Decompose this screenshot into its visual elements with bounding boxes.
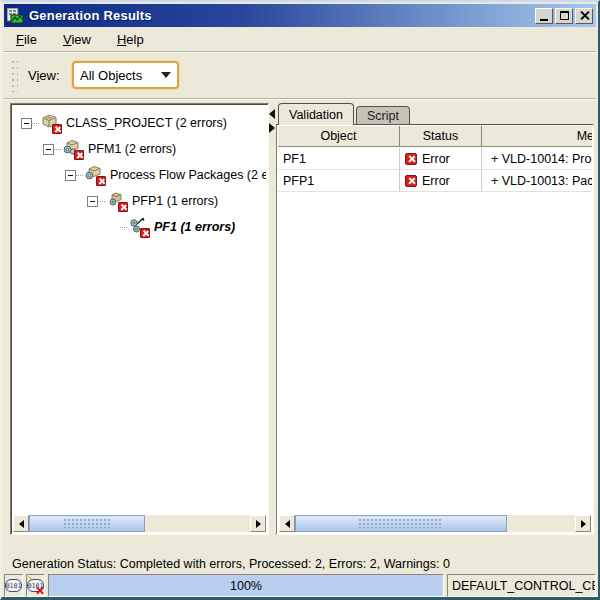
tree-item-label: CLASS_PROJECT (2 errors) (66, 116, 227, 130)
scrollbar-thumb[interactable] (29, 515, 145, 532)
tree-item-label: PF1 (1 errors) (154, 220, 235, 234)
progress-value: 100% (230, 579, 262, 593)
minimize-icon (540, 19, 548, 21)
project-icon (39, 113, 61, 133)
tree-item-pfm1[interactable]: PFM1 (2 errors) (43, 136, 176, 162)
object-cell: PFP1 (278, 170, 400, 191)
tree-item-pf1[interactable]: PF1 (1 errors) (109, 214, 235, 240)
expand-right-icon[interactable] (269, 123, 275, 133)
status-cell: Error (400, 148, 482, 169)
collapse-icon[interactable] (21, 118, 32, 129)
progress-bar: 100% (48, 574, 444, 597)
collapse-icon[interactable] (87, 196, 98, 207)
script-status-cell[interactable]: 0101 (4, 574, 23, 597)
menu-help[interactable]: Help (115, 30, 146, 49)
scroll-left-button[interactable] (279, 515, 295, 532)
column-header-message[interactable]: Message (482, 126, 592, 146)
scrollbar-thumb[interactable] (295, 515, 507, 532)
arrow-icon: ↘ (27, 575, 34, 583)
scroll-left-button[interactable] (13, 515, 29, 532)
message-cell[interactable]: + VLD-10014: Proces (482, 148, 592, 169)
arrow-right-icon (581, 520, 586, 528)
control-center-name: DEFAULT_CONTROL_CENTER (452, 579, 596, 593)
menu-file[interactable]: File (14, 30, 39, 49)
tree-item-process-flow-packages[interactable]: Process Flow Packages (2 errors) (65, 162, 266, 188)
error-badge-icon (96, 176, 106, 186)
arrow-right-icon (256, 520, 261, 528)
maximize-icon (560, 11, 569, 20)
tab-strip: Validation Script (278, 103, 410, 125)
toolbar: View: All Objects (4, 53, 596, 98)
scroll-right-button[interactable] (575, 515, 591, 532)
app-icon (7, 8, 24, 24)
window-title: Generation Results (29, 8, 535, 23)
menu-view[interactable]: View (61, 30, 93, 49)
collapse-left-icon[interactable] (269, 109, 275, 119)
menu-bar: File View Help (6, 29, 594, 50)
view-label: View: (28, 68, 60, 83)
minimize-button[interactable] (535, 8, 553, 24)
chevron-down-icon (161, 72, 171, 78)
control-center-cell: DEFAULT_CONTROL_CENTER (447, 574, 596, 597)
tree-horizontal-scrollbar[interactable] (13, 515, 266, 532)
scroll-right-button[interactable] (250, 515, 266, 532)
table-row[interactable]: PFP1 Error + VLD-10013: Packa (278, 170, 592, 192)
column-header-object[interactable]: Object (278, 126, 400, 146)
collapse-icon[interactable] (65, 170, 76, 181)
toolbar-gripper[interactable] (11, 60, 18, 92)
tab-validation[interactable]: Validation (278, 103, 354, 125)
validation-table: Object Status Message PF1 Error + VLD-10… (276, 124, 594, 535)
table-header-row: Object Status Message (278, 126, 592, 147)
tab-script[interactable]: Script (356, 106, 410, 125)
column-header-status[interactable]: Status (400, 126, 482, 146)
process-flow-module-icon (61, 139, 83, 159)
toolbar-separator (4, 98, 596, 100)
tree-item-label: PFM1 (2 errors) (88, 142, 176, 156)
process-flow-icon (127, 217, 149, 237)
table-horizontal-scrollbar[interactable] (279, 515, 591, 532)
generation-error-cell[interactable]: 0101 ↘ (26, 574, 45, 597)
error-badge-icon (140, 228, 150, 238)
message-cell[interactable]: + VLD-10013: Packa (482, 170, 592, 191)
results-tree: CLASS_PROJECT (2 errors) PFM1 (2 errors)… (13, 106, 266, 515)
object-cell: PF1 (278, 148, 400, 169)
maximize-button[interactable] (555, 8, 573, 24)
title-bar[interactable]: Generation Results (4, 4, 596, 27)
table-row[interactable]: PF1 Error + VLD-10014: Proces (278, 148, 592, 170)
error-badge-icon (405, 175, 417, 187)
arrow-left-icon (285, 520, 290, 528)
generation-status-text: Generation Status: Completed with errors… (12, 557, 450, 571)
packages-folder-icon (83, 165, 105, 185)
error-badge-icon (118, 202, 128, 212)
error-badge-icon (405, 153, 417, 165)
view-dropdown[interactable]: All Objects (72, 61, 179, 89)
results-detail-area: Validation Script Object Status Message … (276, 103, 594, 535)
tree-item-label: PFP1 (1 errors) (132, 194, 218, 208)
error-badge-icon (74, 150, 84, 160)
view-dropdown-value: All Objects (80, 68, 157, 83)
tree-item-pfp1[interactable]: PFP1 (1 errors) (87, 188, 218, 214)
arrow-left-icon (19, 520, 24, 528)
generation-results-window: Generation Results File View Help View: … (0, 0, 600, 600)
close-icon (580, 11, 589, 20)
tree-panel: CLASS_PROJECT (2 errors) PFM1 (2 errors)… (10, 103, 269, 535)
close-button[interactable] (575, 8, 593, 24)
tree-item-label: Process Flow Packages (2 errors) (110, 168, 266, 182)
error-badge-icon (52, 124, 62, 134)
status-bar: 0101 0101 ↘ 100% DEFAULT_CONTROL_CENTER (4, 573, 596, 598)
script-icon: 0101 (5, 579, 22, 592)
collapse-icon[interactable] (43, 144, 54, 155)
error-cross-icon (35, 586, 44, 595)
package-icon (105, 191, 127, 211)
status-cell: Error (400, 170, 482, 191)
panel-splitter[interactable] (269, 103, 276, 535)
tree-item-class-project[interactable]: CLASS_PROJECT (2 errors) (21, 110, 227, 136)
